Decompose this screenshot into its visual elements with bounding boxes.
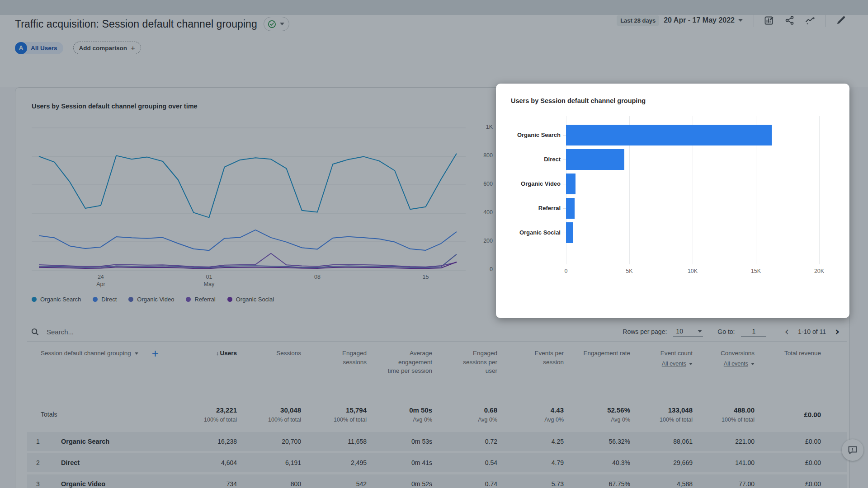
bar-chart-title: Users by Session default channel groupin… — [511, 97, 646, 104]
bar-x-axis-tick: 5K — [616, 268, 643, 274]
bar-x-axis-tick: 20K — [806, 268, 833, 274]
bar-axis-tick — [563, 184, 566, 184]
bar-category-label-organic-social: Organic Social — [498, 229, 561, 236]
bar-axis-tick — [563, 135, 566, 136]
bar-chart-card: Users by Session default channel groupin… — [496, 84, 849, 318]
bar-organic-social — [566, 222, 573, 243]
ga4-traffic-acquisition-page: { "header": { "title": "Traffic acquisit… — [0, 0, 868, 488]
bar-organic-search — [566, 125, 772, 145]
bar-axis-tick — [563, 233, 566, 233]
bar-x-axis-tick: 0 — [552, 268, 580, 274]
bar-axis-tick — [563, 208, 566, 209]
bar-category-label-direct: Direct — [498, 156, 561, 163]
bar-direct — [566, 149, 624, 170]
bar-category-label-organic-search: Organic Search — [498, 131, 561, 138]
bar-axis-tick — [563, 160, 566, 160]
bar-x-axis-tick: 15K — [742, 268, 769, 274]
bar-category-label-referral: Referral — [498, 205, 561, 211]
bar-category-label-organic-video: Organic Video — [498, 180, 561, 187]
bar-gridline — [819, 116, 820, 264]
bar-organic-video — [566, 174, 576, 194]
bar-referral — [566, 198, 575, 219]
bar-x-axis-tick: 10K — [679, 268, 706, 274]
